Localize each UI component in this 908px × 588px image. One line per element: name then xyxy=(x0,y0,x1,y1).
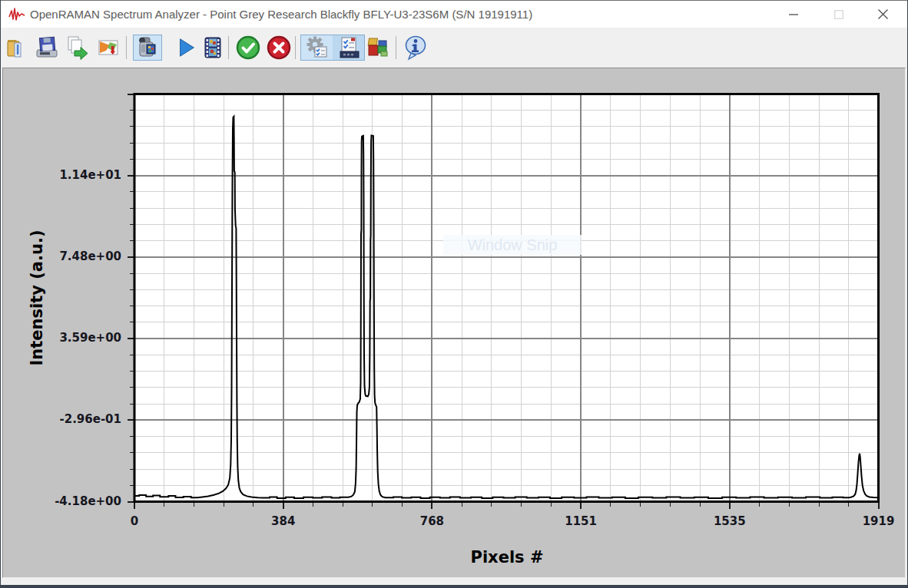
app-icon xyxy=(8,7,25,22)
export-copy-button[interactable] xyxy=(62,35,91,61)
open-folder-icon xyxy=(5,35,30,60)
camera-acquire-button[interactable] xyxy=(133,35,162,61)
maximize-button[interactable] xyxy=(821,1,857,28)
settings-gear-button[interactable] xyxy=(301,35,333,60)
play-icon xyxy=(174,36,197,59)
toolbar-separator xyxy=(396,36,396,59)
x-tick-label: 1535 xyxy=(699,514,761,528)
x-axis-title: Pixels # xyxy=(415,547,599,568)
accept-icon xyxy=(235,35,261,61)
export-copy-icon xyxy=(65,35,89,60)
video-stream-icon xyxy=(200,35,225,60)
play-button[interactable] xyxy=(171,35,200,61)
options-checklist-icon xyxy=(336,35,361,60)
video-stream-button[interactable] xyxy=(198,35,227,61)
x-tick-label: 384 xyxy=(253,514,314,528)
maximize-icon xyxy=(834,10,843,19)
camera-acquire-icon xyxy=(135,35,160,60)
options-checklist-button[interactable] xyxy=(333,35,364,60)
save-icon xyxy=(35,35,59,60)
y-axis-title: Intensity (a.u.) xyxy=(26,206,48,390)
y-tick-label: 7.48e+00 xyxy=(37,249,121,263)
chart-panel: 1.14e+017.48e+003.59e+00-2.96e-01-4.18e+… xyxy=(2,68,906,578)
info-icon xyxy=(403,35,429,61)
close-button[interactable] xyxy=(865,1,900,28)
accept-button[interactable] xyxy=(234,35,263,61)
info-button[interactable] xyxy=(401,35,430,61)
x-tick-label: 0 xyxy=(104,514,165,528)
toolbar-separator xyxy=(295,36,296,59)
snip-watermark: Window Snip xyxy=(443,235,582,255)
close-icon xyxy=(878,9,888,19)
window-title: OpenRAMAN Spectrum Analyzer - Point Grey… xyxy=(30,1,532,28)
toolbar-separator xyxy=(228,36,229,59)
display-colors-button[interactable] xyxy=(363,35,393,61)
toolbar-separator xyxy=(126,36,127,59)
minimize-icon xyxy=(789,10,798,19)
save-button[interactable] xyxy=(32,35,61,61)
x-tick-label: 1919 xyxy=(848,514,908,528)
app-window: OpenRAMAN Spectrum Analyzer - Point Grey… xyxy=(1,0,907,585)
cancel-button[interactable] xyxy=(264,35,293,61)
x-tick-label: 1151 xyxy=(550,514,611,528)
display-colors-icon xyxy=(366,35,390,60)
title-bar: OpenRAMAN Spectrum Analyzer - Point Grey… xyxy=(1,1,907,28)
x-tick-label: 768 xyxy=(401,514,462,528)
toolbar xyxy=(1,28,907,66)
spectrum-chart xyxy=(3,68,908,583)
save-image-button[interactable] xyxy=(94,35,123,61)
minimize-button[interactable] xyxy=(776,1,811,28)
y-tick-label: 3.59e+00 xyxy=(37,331,121,345)
open-folder-button[interactable] xyxy=(3,35,32,61)
selected-button-group xyxy=(300,35,365,61)
cancel-icon xyxy=(266,35,292,61)
y-tick-label: 1.14e+01 xyxy=(37,168,121,182)
settings-gear-icon xyxy=(305,35,330,60)
y-tick-label: -4.18e+00 xyxy=(37,494,121,508)
y-tick-label: -2.96e-01 xyxy=(37,412,121,426)
save-image-icon xyxy=(96,35,121,60)
